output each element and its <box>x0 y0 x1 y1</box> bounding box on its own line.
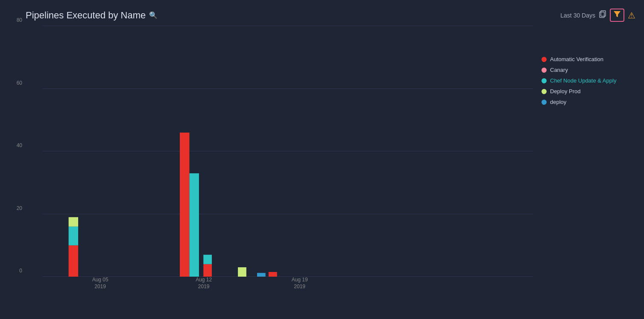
svg-rect-10 <box>238 267 246 277</box>
legend-dot-deployprod <box>542 89 547 94</box>
svg-rect-3 <box>69 245 78 277</box>
zoom-icon[interactable]: 🔍 <box>149 11 158 19</box>
filter-icon <box>613 10 621 20</box>
y-label-80: 80 <box>17 17 22 23</box>
copy-icon[interactable] <box>599 10 606 20</box>
legend-label-automatic: Automatic Verification <box>550 56 603 62</box>
legend-label-deployprod: Deploy Prod <box>550 88 581 95</box>
y-label-40: 40 <box>17 142 22 148</box>
svg-marker-2 <box>614 11 621 17</box>
legend-label-deploy: deploy <box>550 99 566 105</box>
warning-icon[interactable]: ⚠ <box>628 10 635 21</box>
svg-rect-0 <box>600 12 604 18</box>
chart-container: Pipelines Executed by Name 🔍 Last 30 Day… <box>0 0 644 319</box>
y-label-0: 0 <box>19 268 22 274</box>
x-axis-labels: Aug 052019 Aug 122019 Aug 192019 <box>43 277 426 289</box>
header-row: Pipelines Executed by Name 🔍 Last 30 Day… <box>26 9 635 22</box>
legend-dot-chef <box>542 78 547 83</box>
y-label-20: 20 <box>17 205 22 211</box>
legend-label-canary: Canary <box>550 67 568 73</box>
svg-rect-7 <box>189 173 199 277</box>
svg-rect-5 <box>69 217 78 227</box>
legend-dot-automatic <box>542 57 547 62</box>
filter-button[interactable] <box>610 9 624 22</box>
svg-rect-12 <box>269 272 277 277</box>
svg-rect-9 <box>203 255 212 264</box>
y-label-60: 60 <box>17 80 22 86</box>
svg-rect-6 <box>180 133 189 277</box>
legend-item-canary: Canary <box>542 67 635 73</box>
legend-item-automatic: Automatic Verification <box>542 56 635 62</box>
chart-title: Pipelines Executed by Name 🔍 <box>26 10 158 21</box>
legend: Automatic Verification Canary Chef Node … <box>533 47 635 311</box>
y-axis <box>26 26 43 289</box>
svg-rect-11 <box>257 273 266 277</box>
legend-item-deployprod: Deploy Prod <box>542 88 635 95</box>
legend-item-deploy: deploy <box>542 99 635 105</box>
x-label-aug19: Aug 192019 <box>292 277 308 290</box>
legend-item-chef: Chef Node Update & Apply <box>542 77 635 84</box>
legend-dot-deploy <box>542 100 547 105</box>
legend-dot-canary <box>542 68 547 73</box>
svg-rect-4 <box>69 227 78 245</box>
svg-rect-8 <box>203 264 212 277</box>
title-text: Pipelines Executed by Name <box>26 10 146 21</box>
legend-label-chef: Chef Node Update & Apply <box>550 77 616 84</box>
header-right: Last 30 Days ⚠ <box>560 9 635 22</box>
x-label-aug12: Aug 122019 <box>196 277 212 290</box>
bars-svg <box>43 26 426 277</box>
svg-rect-1 <box>601 11 606 16</box>
x-label-aug05: Aug 052019 <box>92 277 108 290</box>
time-range-label: Last 30 Days <box>560 12 595 19</box>
